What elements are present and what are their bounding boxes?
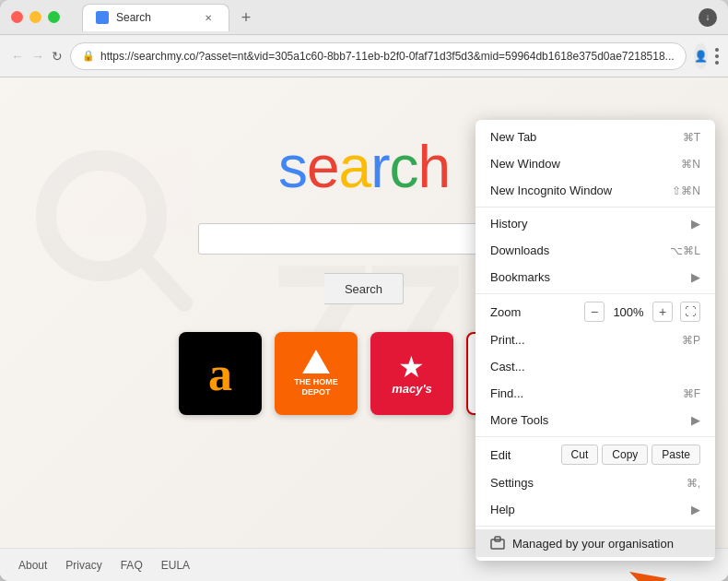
address-bar: ← → ↻ 🔒 https://searchmy.co/?asset=nt&vi… bbox=[0, 35, 728, 77]
edit-buttons: Cut Copy Paste bbox=[561, 445, 700, 465]
menu-more-tools-label: More Tools bbox=[490, 413, 687, 427]
menu-zoom-row: Zoom − 100% + ⛶ bbox=[476, 297, 715, 326]
menu-print-shortcut: ⌘P bbox=[682, 334, 700, 347]
menu-bookmarks[interactable]: Bookmarks ▶ bbox=[476, 264, 715, 290]
homedepot-text: THE HOMEDEPOT bbox=[294, 377, 338, 397]
divider-2 bbox=[476, 293, 715, 294]
menu-downloads[interactable]: Downloads ⌥⌘L bbox=[476, 237, 715, 264]
tab-favicon bbox=[96, 11, 109, 24]
macys-text: macy's bbox=[392, 382, 432, 396]
macys-star: ★ bbox=[398, 352, 425, 382]
zoom-controls: − 100% + ⛶ bbox=[584, 302, 700, 322]
divider-1 bbox=[476, 207, 715, 208]
menu-find[interactable]: Find... ⌘F bbox=[476, 380, 715, 407]
traffic-lights bbox=[11, 11, 60, 23]
lock-icon: 🔒 bbox=[82, 50, 95, 62]
shortcut-homedepot[interactable]: THE HOMEDEPOT bbox=[275, 332, 358, 415]
browser-window: Search ✕ + ↓ ← → ↻ 🔒 https://searchmy.co… bbox=[0, 0, 728, 581]
footer-privacy[interactable]: Privacy bbox=[65, 559, 101, 572]
macys-inner: ★ macy's bbox=[392, 332, 432, 415]
menu-print[interactable]: Print... ⌘P bbox=[476, 326, 715, 353]
menu-managed-label: Managed by your organisation bbox=[512, 537, 674, 551]
menu-new-tab[interactable]: New Tab ⌘T bbox=[476, 124, 715, 150]
divider-3 bbox=[476, 436, 715, 437]
menu-new-window-shortcut: ⌘N bbox=[681, 158, 700, 171]
footer-faq[interactable]: FAQ bbox=[121, 559, 143, 572]
logo-letter-r: r bbox=[370, 134, 389, 200]
logo-letter-c: c bbox=[389, 134, 417, 200]
menu-managed[interactable]: Managed by your organisation bbox=[476, 529, 715, 557]
menu-history[interactable]: History ▶ bbox=[476, 210, 715, 237]
zoom-in-button[interactable]: + bbox=[652, 302, 673, 322]
footer-eula[interactable]: EULA bbox=[161, 559, 190, 572]
menu-new-window-label: New Window bbox=[490, 157, 674, 171]
menu-incognito-shortcut: ⇧⌘N bbox=[672, 184, 700, 197]
menu-dot-3 bbox=[715, 61, 719, 65]
new-tab-button[interactable]: + bbox=[233, 6, 259, 31]
menu-edit-label: Edit bbox=[490, 448, 561, 462]
zoom-out-button[interactable]: − bbox=[584, 302, 605, 322]
reload-button[interactable]: ↻ bbox=[52, 43, 63, 69]
shortcut-macys[interactable]: ★ macy's bbox=[370, 332, 453, 415]
tab-close-button[interactable]: ✕ bbox=[201, 10, 216, 25]
zoom-value: 100% bbox=[612, 305, 645, 319]
menu-dot-2 bbox=[715, 54, 719, 58]
menu-cast[interactable]: Cast... bbox=[476, 353, 715, 380]
menu-settings[interactable]: Settings ⌘, bbox=[476, 469, 715, 496]
menu-zoom-label: Zoom bbox=[490, 305, 584, 319]
minimize-button[interactable] bbox=[29, 11, 41, 23]
menu-help[interactable]: Help ▶ bbox=[476, 496, 715, 523]
profile-icon: ↓ bbox=[699, 8, 717, 27]
chrome-menu-button[interactable] bbox=[715, 43, 719, 69]
menu-new-tab-shortcut: ⌘T bbox=[683, 131, 700, 144]
cut-button[interactable]: Cut bbox=[561, 445, 599, 465]
tab-bar: Search ✕ + bbox=[82, 4, 691, 31]
page-content: 77 search Search a bbox=[0, 77, 728, 581]
title-bar: Search ✕ + ↓ bbox=[0, 0, 728, 35]
menu-help-arrow: ▶ bbox=[691, 503, 700, 516]
menu-new-window[interactable]: New Window ⌘N bbox=[476, 150, 715, 177]
menu-find-label: Find... bbox=[490, 386, 675, 400]
menu-bookmarks-arrow: ▶ bbox=[691, 270, 700, 284]
url-text: https://searchmy.co/?asset=nt&vid=305a1c… bbox=[100, 50, 675, 63]
forward-button[interactable]: → bbox=[31, 43, 44, 69]
menu-history-arrow: ▶ bbox=[691, 217, 700, 231]
menu-more-tools[interactable]: More Tools ▶ bbox=[476, 407, 715, 433]
menu-cast-label: Cast... bbox=[490, 360, 700, 374]
menu-history-label: History bbox=[490, 217, 687, 231]
logo-letter-e: e bbox=[307, 134, 339, 200]
maximize-button[interactable] bbox=[48, 11, 60, 23]
footer-about[interactable]: About bbox=[18, 559, 47, 572]
zoom-fullscreen-button[interactable]: ⛶ bbox=[680, 302, 700, 322]
menu-incognito-label: New Incognito Window bbox=[490, 184, 664, 197]
logo-letter-h: h bbox=[417, 134, 450, 200]
paste-button[interactable]: Paste bbox=[652, 445, 700, 465]
menu-downloads-label: Downloads bbox=[490, 243, 663, 257]
menu-incognito[interactable]: New Incognito Window ⇧⌘N bbox=[476, 177, 715, 204]
menu-new-tab-label: New Tab bbox=[490, 130, 675, 144]
account-button[interactable]: 👤 bbox=[694, 43, 708, 69]
logo: search bbox=[278, 133, 450, 201]
menu-print-label: Print... bbox=[490, 333, 675, 347]
copy-button[interactable]: Copy bbox=[602, 445, 648, 465]
amazon-logo: a bbox=[208, 347, 232, 401]
shortcut-amazon[interactable]: a bbox=[179, 332, 262, 415]
url-bar[interactable]: 🔒 https://searchmy.co/?asset=nt&vid=305a… bbox=[70, 42, 687, 70]
menu-downloads-shortcut: ⌥⌘L bbox=[670, 244, 700, 257]
menu-edit-row: Edit Cut Copy Paste bbox=[476, 440, 715, 469]
context-menu: New Tab ⌘T New Window ⌘N New Incognito W… bbox=[476, 120, 715, 561]
menu-settings-label: Settings bbox=[490, 476, 679, 490]
back-button[interactable]: ← bbox=[11, 43, 24, 69]
menu-bookmarks-label: Bookmarks bbox=[490, 270, 687, 284]
menu-dot-1 bbox=[715, 48, 719, 52]
menu-help-label: Help bbox=[490, 503, 687, 516]
logo-letter-a: a bbox=[339, 134, 371, 200]
logo-letter-s: s bbox=[278, 134, 307, 200]
active-tab[interactable]: Search ✕ bbox=[82, 4, 229, 31]
divider-4 bbox=[476, 526, 715, 527]
menu-find-shortcut: ⌘F bbox=[683, 387, 700, 400]
search-button[interactable]: Search bbox=[324, 273, 404, 304]
tab-title: Search bbox=[116, 11, 194, 24]
close-button[interactable] bbox=[11, 11, 23, 23]
managed-icon bbox=[490, 536, 505, 551]
